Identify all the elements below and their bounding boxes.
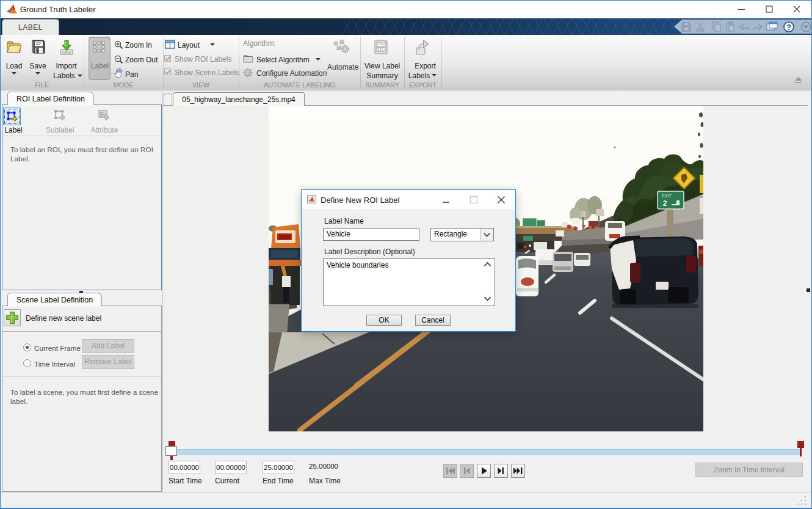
svg-text:?: ? bbox=[786, 23, 791, 32]
svg-text:2: 2 bbox=[663, 199, 667, 208]
svg-text:EXIT: EXIT bbox=[662, 194, 672, 198]
